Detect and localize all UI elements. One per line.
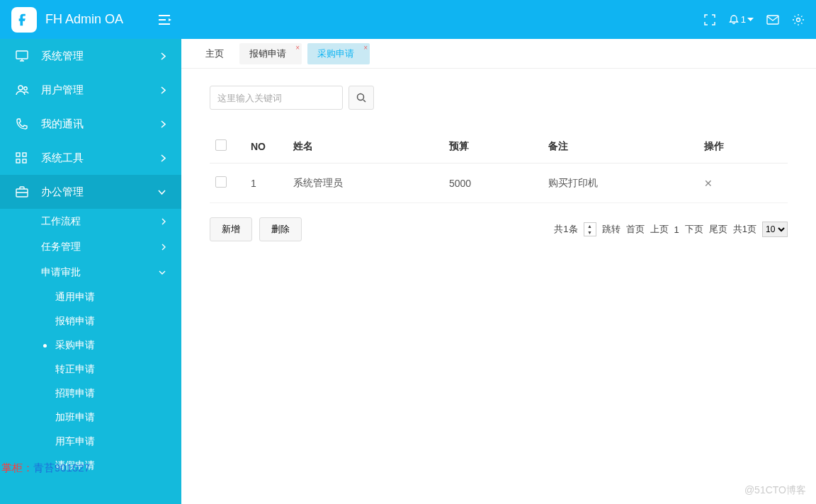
svg-rect-2 <box>16 51 28 59</box>
settings-icon[interactable] <box>792 13 805 26</box>
nav-office-management[interactable]: 办公管理 <box>0 175 181 209</box>
svg-point-10 <box>358 94 364 101</box>
svg-rect-8 <box>23 159 26 163</box>
monitor-icon <box>16 50 30 62</box>
leaf-purchase-apply[interactable]: 采购申请 <box>0 333 181 357</box>
svg-point-4 <box>24 87 27 90</box>
top-bar: FH Admin OA 1 <box>0 0 816 39</box>
chevron-down-icon <box>159 270 166 275</box>
pager-last[interactable]: 尾页 <box>709 223 727 236</box>
svg-rect-6 <box>23 153 26 156</box>
nav-my-comm[interactable]: 我的通讯 <box>0 107 181 141</box>
nav-label: 系统管理 <box>41 50 84 63</box>
th-budget: 预算 <box>443 130 543 164</box>
page-size-select[interactable]: 10 <box>762 222 788 237</box>
sub-label: 申请审批 <box>41 266 81 279</box>
close-icon[interactable]: × <box>363 45 368 52</box>
users-icon <box>16 84 30 96</box>
pager-prev[interactable]: 上页 <box>650 223 669 236</box>
sub-apply-approval[interactable]: 申请审批 <box>0 260 181 285</box>
svg-rect-7 <box>16 159 20 163</box>
sub-label: 工作流程 <box>41 215 81 228</box>
sub-workflow[interactable]: 工作流程 <box>0 209 181 234</box>
svg-rect-5 <box>16 153 20 156</box>
pager-jump[interactable]: 跳转 <box>602 223 620 236</box>
pager-current: 1 <box>674 224 679 235</box>
chevron-right-icon <box>162 244 166 251</box>
chevron-right-icon <box>161 120 166 128</box>
nav-label: 系统工具 <box>41 151 84 165</box>
nav-label: 我的通讯 <box>41 118 84 131</box>
main-panel: 主页 报销申请× 采购申请× NO 姓名 预算 备注 <box>181 39 816 504</box>
add-button[interactable]: 新增 <box>210 217 252 241</box>
tab-bar: 主页 报销申请× 采购申请× <box>181 39 816 69</box>
leaf-overtime-apply[interactable]: 加班申请 <box>0 406 181 430</box>
nav-label: 用户管理 <box>41 84 84 97</box>
table-row: 1 系统管理员 5000 购买打印机 ✕ <box>210 164 788 203</box>
cell-budget: 5000 <box>443 164 543 203</box>
th-action: 操作 <box>698 130 788 164</box>
th-no: NO <box>245 130 288 164</box>
svg-rect-0 <box>767 16 778 24</box>
nav-system-management[interactable]: 系统管理 <box>0 39 181 73</box>
chevron-right-icon <box>162 218 166 225</box>
nav-user-management[interactable]: 用户管理 <box>0 73 181 107</box>
checkbox-all[interactable] <box>215 139 227 151</box>
briefcase-icon <box>16 186 30 197</box>
leaf-general-apply[interactable]: 通用申请 <box>0 285 181 309</box>
search-button[interactable] <box>348 86 374 110</box>
th-name: 姓名 <box>288 130 443 164</box>
pager-first[interactable]: 首页 <box>626 223 645 236</box>
delete-row-icon[interactable]: ✕ <box>704 178 713 189</box>
delete-button[interactable]: 删除 <box>259 217 302 241</box>
leaf-regular-apply[interactable]: 转正申请 <box>0 357 181 382</box>
data-table: NO 姓名 预算 备注 操作 1 系统管理员 5000 购买打印机 ✕ <box>210 130 788 203</box>
close-icon[interactable]: × <box>295 45 300 52</box>
chevron-right-icon <box>161 52 166 60</box>
notification-count: 1 <box>741 14 746 25</box>
mail-icon[interactable] <box>766 15 779 25</box>
cell-name: 系统管理员 <box>288 164 443 203</box>
pager-total: 共1条 <box>554 223 577 236</box>
leaf-car-apply[interactable]: 用车申请 <box>0 430 181 454</box>
cell-no: 1 <box>245 164 288 203</box>
pager-pages: 共1页 <box>733 223 756 236</box>
sub-label: 任务管理 <box>41 241 81 253</box>
cell-note: 购买打印机 <box>543 164 698 203</box>
watermark-source: @51CTO博客 <box>744 484 806 497</box>
watermark-owner: 掌柜：青苔901027 <box>1 462 90 475</box>
tab-home[interactable]: 主页 <box>196 43 234 64</box>
logo <box>11 7 37 33</box>
pagination: 共1条 ▲▼ 跳转 首页 上页 1 下页 尾页 共1页 10 <box>554 222 788 237</box>
sub-task-management[interactable]: 任务管理 <box>0 234 181 260</box>
search-input[interactable] <box>210 86 343 110</box>
leaf-reimburse-apply[interactable]: 报销申请 <box>0 309 181 333</box>
search-icon <box>356 93 366 103</box>
th-note: 备注 <box>543 130 698 164</box>
nav-system-tools[interactable]: 系统工具 <box>0 141 181 175</box>
nav-label: 办公管理 <box>41 185 84 199</box>
tab-reimburse[interactable]: 报销申请× <box>239 43 302 64</box>
phone-icon <box>16 118 30 130</box>
page-spinner[interactable]: ▲▼ <box>584 222 596 236</box>
fullscreen-icon[interactable] <box>704 14 715 25</box>
sidebar-toggle[interactable] <box>157 14 171 25</box>
svg-point-1 <box>797 18 800 21</box>
content-area: NO 姓名 预算 备注 操作 1 系统管理员 5000 购买打印机 ✕ <box>181 69 816 504</box>
grid-icon <box>16 152 30 164</box>
notification-bell[interactable]: 1 <box>728 14 754 25</box>
leaf-recruit-apply[interactable]: 招聘申请 <box>0 382 181 406</box>
brand-title: FH Admin OA <box>45 12 123 27</box>
chevron-right-icon <box>161 154 166 162</box>
top-actions: 1 <box>704 13 805 26</box>
pager-next[interactable]: 下页 <box>685 223 703 236</box>
svg-point-3 <box>18 86 23 90</box>
tab-purchase[interactable]: 采购申请× <box>307 43 370 64</box>
row-checkbox[interactable] <box>215 176 227 188</box>
chevron-right-icon <box>161 86 166 94</box>
sidebar: 系统管理 用户管理 我的通讯 系统工具 办公管理 工作流程 任务管 <box>0 39 181 504</box>
chevron-down-icon <box>158 190 166 195</box>
